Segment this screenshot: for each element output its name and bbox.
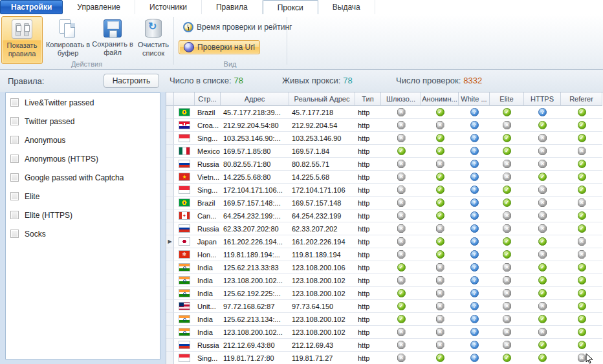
rule-checkbox[interactable] [10, 211, 19, 219]
column-header-Шлюзо...[interactable]: Шлюзо... [381, 92, 421, 106]
table-row[interactable]: Croa...212.92.204.54:80212.92.204.54http… [166, 119, 603, 132]
cross-icon: ✕ [436, 160, 444, 168]
check-icon: ✓ [503, 147, 511, 155]
check-icon: ✓ [436, 108, 444, 116]
rule-row-1[interactable]: Twitter passed [6, 112, 160, 131]
tab-3[interactable]: Правила [202, 0, 263, 14]
table-row[interactable]: Russia80.82.55.71:8080.82.55.71http✕✕?✕✕… [166, 158, 603, 171]
table-row[interactable]: Sing...119.81.71.27:80119.81.71.27http✕✓… [166, 352, 603, 364]
clear-list-button[interactable]: Очистить список [135, 16, 172, 64]
column-header-Адрес[interactable]: Адрес [221, 92, 289, 106]
rule-checkbox[interactable] [10, 230, 19, 238]
rule-checkbox[interactable] [10, 155, 19, 163]
anonymity-status-cell: ✓ [421, 106, 459, 119]
table-row[interactable]: Unit...97.72.168.62:8797.73.64.150http✓✕… [166, 300, 603, 313]
in-flag-icon [179, 328, 190, 336]
tab-4[interactable]: Прокси [263, 0, 318, 14]
column-header-Стр...[interactable]: Стр... [195, 92, 221, 106]
tab-0[interactable]: Настройки [0, 0, 63, 14]
whitelist-status-cell: ? [459, 132, 490, 145]
row-indicator [166, 287, 174, 300]
address-cell: 169.57.1.85:80 [221, 145, 289, 158]
rule-row-3[interactable]: Anonymous (HTTPS) [6, 149, 160, 168]
question-icon: ? [470, 173, 479, 181]
rule-label: Twitter passed [25, 117, 74, 126]
table-row[interactable]: Russia212.12.69.43:80212.12.69.43http✕✕?… [166, 339, 603, 352]
show-rules-button[interactable]: Показать правила [1, 16, 43, 64]
copy-to-clipboard-button[interactable]: Копировать в буфер [45, 16, 91, 64]
gateway-status-cell: ✓ [381, 287, 421, 300]
table-row[interactable]: India123.108.200.102...123.108.200.102ht… [166, 326, 603, 339]
type-cell: http [355, 274, 381, 287]
type-cell: http [355, 287, 381, 300]
column-header-Тип[interactable]: Тип [355, 92, 381, 106]
column-header-Реальный Адрес[interactable]: Реальный Адрес [289, 92, 355, 106]
table-row[interactable]: Vietn...14.225.5.68:8014.225.5.68http✕✓?… [166, 171, 603, 184]
save-to-file-button[interactable]: Сохранить в файл [92, 16, 133, 64]
country-cell: Japan [195, 235, 221, 248]
tab-5[interactable]: Выдача [318, 0, 375, 14]
column-header-White ...[interactable]: White ... [459, 92, 490, 106]
table-row[interactable]: Hon...119.81.189.194:...119.81.189.194ht… [166, 248, 603, 261]
address-cell: 212.92.204.54:80 [221, 119, 289, 132]
country-cell: Sing... [195, 132, 221, 145]
stat-alive-proxies: Живых прокси:78 [282, 76, 353, 85]
tab-1[interactable]: Управление [63, 0, 135, 14]
table-row[interactable]: India123.108.200.102...123.108.200.102ht… [166, 274, 603, 287]
configure-rules-button[interactable]: Настроить [104, 74, 159, 88]
check-icon: ✓ [538, 276, 547, 284]
table-row[interactable]: Russia62.33.207.202:8062.33.207.202http✕… [166, 222, 603, 235]
table-row[interactable]: Sing...103.253.146.90:...103.253.146.90h… [166, 132, 603, 145]
table-row[interactable]: Sing...172.104.171.106...172.104.171.106… [166, 184, 603, 197]
real-address-cell: 103.253.146.90 [289, 132, 355, 145]
elite-status-cell: ✕ [490, 274, 524, 287]
rule-checkbox[interactable] [10, 192, 19, 200]
column-header-HTTPS[interactable]: HTTPS [524, 92, 561, 106]
column-header-Elite[interactable]: Elite [490, 92, 524, 106]
anonymity-status-cell: ✕ [421, 222, 459, 235]
table-row[interactable]: ▶Japan161.202.226.194...161.202.226.194h… [166, 235, 603, 248]
table-row[interactable]: India125.62.213.134:...123.108.200.102ht… [166, 313, 603, 326]
br-flag-icon [179, 109, 190, 116]
rule-checkbox[interactable] [10, 98, 19, 107]
table-row[interactable]: Can...64.254.232.199:...64.254.232.199ht… [166, 209, 603, 222]
rule-label: Anonymous (HTTPS) [25, 155, 98, 164]
gateway-status-cell: ✕ [381, 222, 421, 235]
question-icon: ? [470, 147, 479, 155]
country-cell: India [195, 326, 221, 339]
cross-icon: ✕ [538, 186, 547, 194]
table-row[interactable]: Brazil45.7.177.218:39...45.7.177.218http… [166, 106, 603, 119]
table-row[interactable]: Mexico169.57.1.85:80169.57.1.84http✓✓?✓✕… [166, 145, 603, 158]
check-time-rating-button[interactable]: Время проверки и рейтинг [179, 20, 296, 34]
cross-icon: ✕ [503, 160, 511, 168]
question-icon: ? [470, 211, 479, 220]
question-icon: ? [470, 224, 479, 233]
country-cell: Sing... [195, 184, 221, 197]
checks-on-url-button[interactable]: Проверки на Url [179, 40, 260, 54]
rule-row-7[interactable]: Socks [6, 224, 160, 243]
cross-icon: ✕ [538, 302, 547, 310]
table-row[interactable]: India125.62.192.225:...123.108.200.102ht… [166, 287, 603, 300]
rule-checkbox[interactable] [10, 136, 19, 144]
cross-icon: ✕ [503, 121, 511, 129]
rule-checkbox[interactable] [10, 173, 19, 182]
gateway-status-cell: ✕ [381, 209, 421, 222]
check-icon: ✓ [578, 134, 586, 142]
cross-icon: ✕ [397, 108, 406, 116]
rule-row-5[interactable]: Elite [6, 187, 160, 206]
referer-status-cell: ✓ [561, 300, 602, 313]
rule-row-4[interactable]: Google passed with Captcha [6, 168, 160, 187]
column-header-1[interactable] [174, 92, 195, 106]
address-cell: 123.108.200.102... [221, 326, 289, 339]
column-header-0[interactable] [166, 92, 174, 106]
rule-row-2[interactable]: Anonymous [6, 131, 160, 149]
rule-row-0[interactable]: Live&Twitter passed [6, 93, 160, 112]
tab-2[interactable]: Источники [135, 0, 202, 14]
column-header-Анонимн...[interactable]: Анонимн... [421, 92, 459, 106]
table-row[interactable]: India125.62.213.33:83123.108.200.106http… [166, 261, 603, 274]
table-row[interactable]: Brazil169.57.157.148:...169.57.157.148ht… [166, 197, 603, 209]
rule-row-6[interactable]: Elite (HTTPS) [6, 206, 160, 224]
column-header-Referer[interactable]: Referer [561, 92, 602, 106]
rule-checkbox[interactable] [10, 117, 19, 125]
question-icon: ? [470, 328, 479, 336]
